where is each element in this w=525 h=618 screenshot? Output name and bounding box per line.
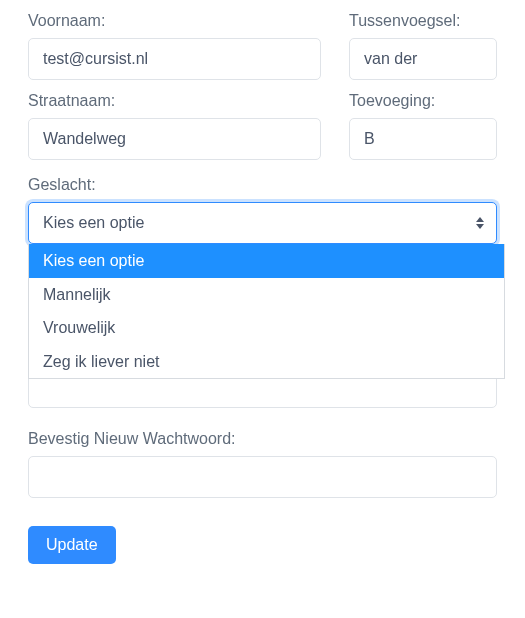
bevestig-wachtwoord-label: Bevestig Nieuw Wachtwoord: bbox=[28, 430, 497, 448]
update-button[interactable]: Update bbox=[28, 526, 116, 564]
straatnaam-label: Straatnaam: bbox=[28, 92, 321, 110]
geslacht-select[interactable]: Kies een optie bbox=[28, 202, 497, 244]
geslacht-option-3[interactable]: Zeg ik liever niet bbox=[29, 345, 504, 379]
geslacht-dropdown: Kies een optie Mannelijk Vrouwelijk Zeg … bbox=[28, 244, 505, 379]
geslacht-selected-text: Kies een optie bbox=[43, 214, 144, 232]
toevoeging-label: Toevoeging: bbox=[349, 92, 497, 110]
toevoeging-input[interactable] bbox=[349, 118, 497, 160]
tussenvoegsel-input[interactable] bbox=[349, 38, 497, 80]
geslacht-label: Geslacht: bbox=[28, 176, 497, 194]
geslacht-option-2[interactable]: Vrouwelijk bbox=[29, 311, 504, 345]
geslacht-option-0[interactable]: Kies een optie bbox=[29, 244, 504, 278]
geslacht-option-1[interactable]: Mannelijk bbox=[29, 278, 504, 312]
voornaam-label: Voornaam: bbox=[28, 12, 321, 30]
straatnaam-input[interactable] bbox=[28, 118, 321, 160]
bevestig-wachtwoord-input[interactable] bbox=[28, 456, 497, 498]
tussenvoegsel-label: Tussenvoegsel: bbox=[349, 12, 497, 30]
chevron-sort-icon bbox=[476, 217, 484, 229]
voornaam-input[interactable] bbox=[28, 38, 321, 80]
